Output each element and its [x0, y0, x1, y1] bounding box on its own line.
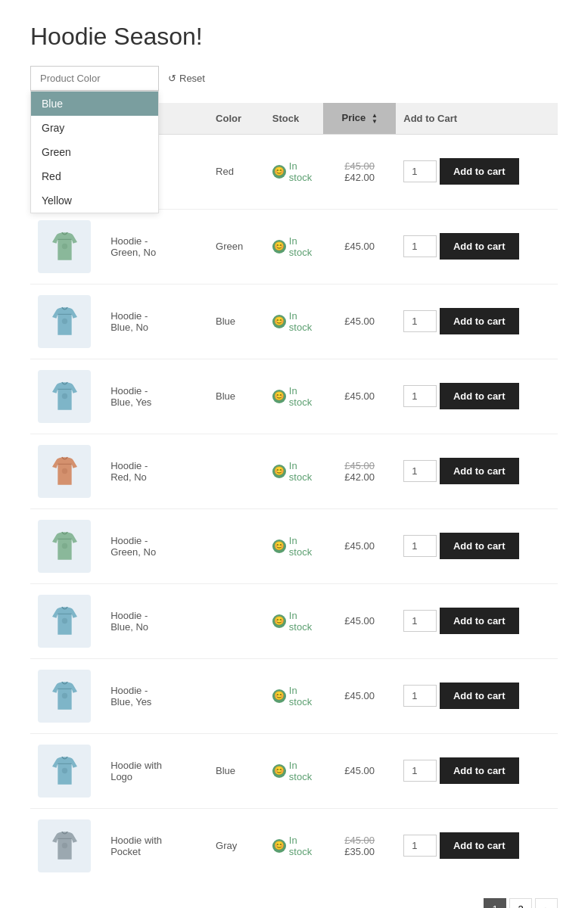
quantity-input[interactable]	[403, 610, 437, 632]
filter-input-wrap: Blue Gray Green Red Yellow	[30, 66, 159, 91]
product-price-cell: £45.00	[323, 733, 396, 808]
in-stock-label: 😊 Instock	[272, 685, 316, 707]
add-to-cart-button[interactable]: Add to cart	[440, 158, 519, 185]
col-price-header[interactable]: Price ▲▼	[323, 103, 396, 134]
product-name: Hoodie withPocket	[110, 835, 162, 857]
product-color-cell: Green	[208, 209, 265, 284]
product-cart-cell: Add to cart	[396, 209, 558, 284]
product-cart-cell: Add to cart	[396, 733, 558, 808]
product-cart-cell: Add to cart	[396, 658, 558, 733]
svg-point-4	[61, 468, 67, 474]
product-name-cell: Hoodie -Blue, Yes	[103, 359, 208, 434]
product-price-cell: £45.00	[323, 284, 396, 359]
add-to-cart-button[interactable]: Add to cart	[440, 458, 519, 484]
quantity-input[interactable]	[403, 160, 437, 182]
product-stock-cell: 😊 Instock	[265, 434, 323, 508]
product-color-cell: Gray	[208, 808, 265, 883]
pagination: 1 2 ›	[30, 898, 558, 908]
table-row: Hoodie -Green, No Green 😊 Instock £45.00…	[30, 209, 558, 284]
in-stock-icon: 😊	[272, 315, 286, 328]
in-stock-icon: 😊	[272, 165, 286, 179]
product-name: Hoodie -Blue, Yes	[110, 685, 151, 707]
product-name: Hoodie -Blue, No	[110, 610, 148, 633]
product-thumbnail	[38, 670, 91, 723]
product-name-cell: Hoodie withPocket	[103, 808, 208, 883]
product-color-cell	[208, 583, 265, 658]
quantity-input[interactable]	[403, 760, 437, 782]
add-to-cart-button[interactable]: Add to cart	[440, 233, 519, 260]
product-stock-cell: 😊 Instock	[265, 508, 323, 583]
product-name: Hoodie -Green, No	[110, 235, 156, 258]
add-to-cart-button[interactable]: Add to cart	[440, 757, 519, 784]
reset-icon: ↺	[168, 73, 176, 84]
product-thumbnail	[38, 370, 91, 423]
table-row: Hoodie -Blue, No 😊 Instock £45.00 Add to…	[30, 583, 558, 658]
add-to-cart-button[interactable]: Add to cart	[440, 533, 519, 559]
col-stock-header: Stock	[265, 103, 323, 134]
in-stock-icon: 😊	[272, 540, 286, 553]
in-stock-icon: 😊	[272, 689, 286, 703]
in-stock-icon: 😊	[272, 614, 286, 628]
table-row: Hoodie -Green, No 😊 Instock £45.00 Add t…	[30, 508, 558, 583]
product-color-cell	[208, 658, 265, 733]
dropdown-item-red[interactable]: Red	[31, 164, 158, 188]
reset-button[interactable]: ↺ Reset	[168, 73, 205, 84]
product-thumbnail	[38, 295, 91, 348]
add-to-cart-button[interactable]: Add to cart	[440, 683, 519, 709]
table-row: Hoodie withPocket Gray 😊 Instock £45.00£…	[30, 808, 558, 883]
table-row: Hoodie withLogo Blue 😊 Instock £45.00 Ad…	[30, 733, 558, 808]
product-name-cell: Hoodie -Blue, No	[103, 583, 208, 658]
product-color-cell: Blue	[208, 733, 265, 808]
product-name-cell: Hoodie -Green, No	[103, 209, 208, 284]
products-table: Color Stock Price ▲▼ Add to Cart Hoodie …	[30, 103, 558, 883]
product-thumbnail	[38, 520, 91, 573]
dropdown-item-gray[interactable]: Gray	[31, 116, 158, 140]
page-next-button[interactable]: ›	[535, 898, 558, 908]
product-name: Hoodie -Blue, No	[110, 310, 148, 333]
dropdown-item-yellow[interactable]: Yellow	[31, 188, 158, 213]
product-cart-cell: Add to cart	[396, 284, 558, 359]
product-image-cell	[30, 508, 103, 583]
svg-point-8	[61, 768, 67, 773]
product-cart-cell: Add to cart	[396, 808, 558, 883]
product-color-cell: Blue	[208, 284, 265, 359]
add-to-cart-button[interactable]: Add to cart	[440, 832, 519, 859]
in-stock-label: 😊 Instock	[272, 385, 316, 408]
quantity-input[interactable]	[403, 460, 437, 482]
in-stock-icon: 😊	[272, 764, 286, 778]
add-to-cart-button[interactable]: Add to cart	[440, 383, 519, 409]
product-thumbnail	[38, 220, 91, 273]
product-name: Hoodie -Blue, Yes	[110, 385, 151, 408]
product-price-cell: £45.00	[323, 209, 396, 284]
product-stock-cell: 😊 Instock	[265, 583, 323, 658]
quantity-input[interactable]	[403, 835, 437, 857]
product-cart-cell: Add to cart	[396, 359, 558, 434]
product-image-cell	[30, 658, 103, 733]
product-name-cell: Hoodie -Green, No	[103, 508, 208, 583]
dropdown-item-blue[interactable]: Blue	[31, 92, 158, 116]
quantity-input[interactable]	[403, 685, 437, 707]
page-1-button[interactable]: 1	[484, 898, 506, 908]
product-thumbnail	[38, 819, 91, 872]
quantity-input[interactable]	[403, 235, 437, 257]
product-thumbnail	[38, 445, 91, 498]
product-price-cell: £45.00	[323, 359, 396, 434]
in-stock-label: 😊 Instock	[272, 535, 316, 558]
in-stock-label: 😊 Instock	[272, 235, 316, 258]
product-stock-cell: 😊 Instock	[265, 134, 323, 209]
quantity-input[interactable]	[403, 310, 437, 332]
product-stock-cell: 😊 Instock	[265, 284, 323, 359]
dropdown-item-green[interactable]: Green	[31, 140, 158, 164]
product-name-cell: Hoodie -Red, No	[103, 434, 208, 508]
product-color-input[interactable]	[30, 66, 159, 91]
price-sort-icon[interactable]: ▲▼	[372, 113, 378, 125]
product-thumbnail	[38, 745, 91, 798]
product-image-cell	[30, 583, 103, 658]
page-2-button[interactable]: 2	[509, 898, 532, 908]
product-image-cell	[30, 209, 103, 284]
add-to-cart-button[interactable]: Add to cart	[440, 308, 519, 334]
quantity-input[interactable]	[403, 535, 437, 557]
quantity-input[interactable]	[403, 385, 437, 407]
add-to-cart-button[interactable]: Add to cart	[440, 608, 519, 634]
svg-point-3	[61, 393, 67, 399]
